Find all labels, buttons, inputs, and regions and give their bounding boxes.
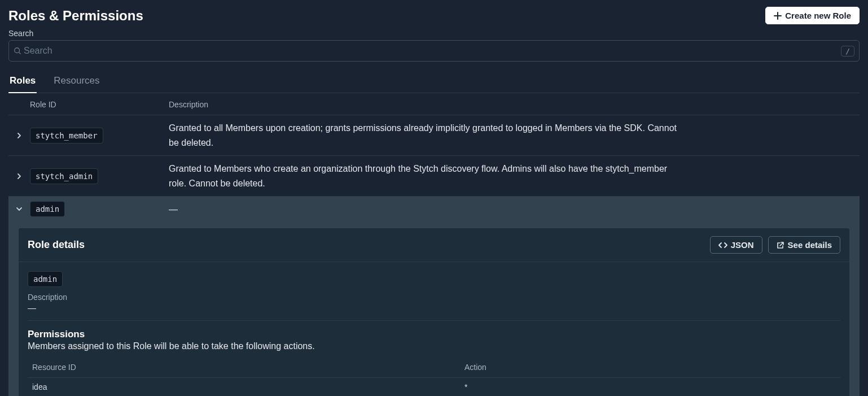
code-icon xyxy=(718,241,727,249)
col-role-id: Role ID xyxy=(30,100,169,109)
see-details-button[interactable]: See details xyxy=(768,236,840,254)
expand-toggle[interactable] xyxy=(8,206,30,212)
role-details-title: Role details xyxy=(28,239,85,251)
col-resource-id: Resource ID xyxy=(32,363,464,372)
role-details-container: Role details JSON See details xyxy=(8,221,860,396)
col-action: Action xyxy=(464,363,836,372)
json-button-label: JSON xyxy=(731,240,754,250)
external-link-icon xyxy=(777,241,784,249)
tab-roles[interactable]: Roles xyxy=(8,72,37,93)
permissions-subtitle: Members assigned to this Role will be ab… xyxy=(28,341,840,351)
chevron-right-icon xyxy=(16,132,23,139)
role-id-chip: admin xyxy=(30,201,65,217)
table-row: admin — xyxy=(8,197,860,221)
tab-resources[interactable]: Resources xyxy=(52,72,100,93)
table-row: stytch_member Granted to all Members upo… xyxy=(8,115,860,156)
roles-table-header: Role ID Description xyxy=(8,93,860,115)
expand-toggle[interactable] xyxy=(8,132,30,139)
plus-icon xyxy=(774,12,782,20)
role-description: Granted to all Members upon creation; gr… xyxy=(169,121,677,150)
create-role-button[interactable]: Create new Role xyxy=(765,7,860,24)
page-title: Roles & Permissions xyxy=(8,8,143,24)
col-description: Description xyxy=(169,100,860,109)
permissions-title: Permissions xyxy=(28,329,840,340)
permission-action: * xyxy=(464,382,836,391)
role-description: — xyxy=(169,202,677,217)
permissions-table-header: Resource ID Action xyxy=(28,357,840,378)
see-details-label: See details xyxy=(788,240,832,250)
description-field-label: Description xyxy=(28,293,840,302)
expand-toggle[interactable] xyxy=(8,173,30,180)
search-shortcut-hint: / xyxy=(841,46,854,56)
tabs: Roles Resources xyxy=(8,72,860,93)
permission-row: idea * xyxy=(28,378,840,396)
json-button[interactable]: JSON xyxy=(710,236,762,254)
permission-resource: idea xyxy=(32,382,464,391)
role-id-chip: stytch_member xyxy=(30,128,103,143)
role-id-chip: stytch_admin xyxy=(30,168,98,184)
search-label: Search xyxy=(8,29,860,38)
chevron-down-icon xyxy=(16,206,23,212)
table-row: stytch_admin Granted to Members who crea… xyxy=(8,156,860,197)
role-id-value: admin xyxy=(28,271,63,287)
search-input[interactable] xyxy=(21,42,841,59)
description-field-value: — xyxy=(28,303,840,312)
search-field-wrap[interactable]: / xyxy=(8,40,860,62)
search-icon xyxy=(14,47,21,55)
role-description: Granted to Members who create an organiz… xyxy=(169,162,677,190)
chevron-right-icon xyxy=(16,173,23,180)
create-role-label: Create new Role xyxy=(785,11,851,20)
